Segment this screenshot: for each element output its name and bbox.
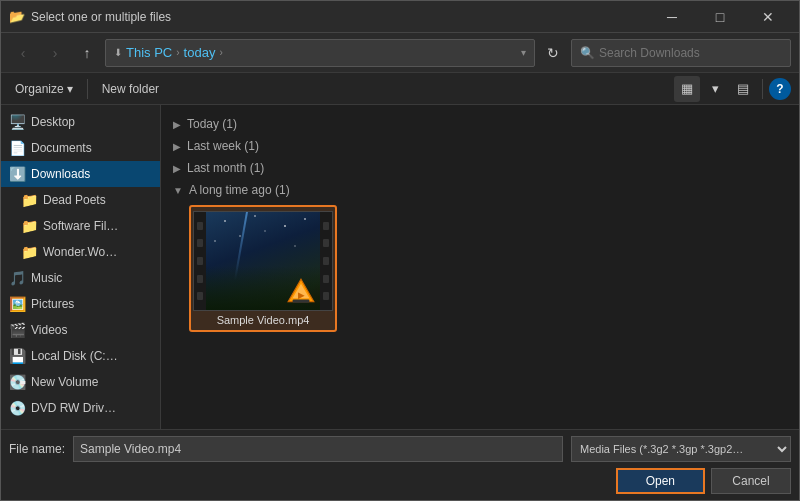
svg-point-2 bbox=[284, 225, 286, 227]
help-button[interactable]: ? bbox=[769, 78, 791, 100]
sidebar: 🖥️ Desktop 📄 Documents ⬇️ Downloads 📁 De… bbox=[1, 105, 161, 429]
search-box: 🔍 bbox=[571, 39, 791, 67]
window-controls: ─ □ ✕ bbox=[649, 1, 791, 33]
sidebar-label-local-disk: Local Disk (C:… bbox=[31, 349, 118, 363]
organize-label: Organize bbox=[15, 82, 64, 96]
view-buttons: ▦ ▾ ▤ ? bbox=[674, 76, 791, 102]
file-thumbnail: ▶ bbox=[193, 211, 333, 311]
new-folder-button[interactable]: New folder bbox=[96, 79, 165, 99]
software-icon: 📁 bbox=[21, 218, 37, 234]
sidebar-label-dvd: DVD RW Driv… bbox=[31, 401, 116, 415]
path-this-pc[interactable]: This PC bbox=[126, 45, 172, 60]
stars-svg bbox=[205, 211, 321, 271]
maximize-button[interactable]: □ bbox=[697, 1, 743, 33]
path-drive-icon: ⬇ bbox=[114, 47, 122, 58]
svg-point-1 bbox=[254, 215, 256, 217]
forward-button[interactable]: › bbox=[41, 39, 69, 67]
star-field bbox=[205, 211, 321, 271]
sidebar-item-music[interactable]: 🎵 Music bbox=[1, 265, 160, 291]
today-chevron: ▶ bbox=[173, 119, 181, 130]
sidebar-label-videos: Videos bbox=[31, 323, 67, 337]
sidebar-label-desktop: Desktop bbox=[31, 115, 75, 129]
group-last-week[interactable]: ▶ Last week (1) bbox=[173, 135, 787, 157]
close-button[interactable]: ✕ bbox=[745, 1, 791, 33]
organize-button[interactable]: Organize ▾ bbox=[9, 79, 79, 99]
bottom-bar: File name: Media Files (*.3g2 *.3gp *.3g… bbox=[1, 429, 799, 500]
refresh-button[interactable]: ↻ bbox=[539, 39, 567, 67]
last-month-chevron: ▶ bbox=[173, 163, 181, 174]
filename-label: File name: bbox=[9, 442, 65, 456]
svg-point-4 bbox=[304, 218, 306, 220]
long-ago-label: A long time ago (1) bbox=[189, 183, 290, 197]
path-sep-2: › bbox=[219, 47, 222, 58]
view-chevron-button[interactable]: ▾ bbox=[702, 76, 728, 102]
downloads-icon: ⬇️ bbox=[9, 166, 25, 182]
search-icon: 🔍 bbox=[580, 46, 595, 60]
new-folder-label: New folder bbox=[102, 82, 159, 96]
path-downloads[interactable]: today bbox=[184, 45, 216, 60]
file-item-sample-video[interactable]: ▶ Sample Video.mp4 bbox=[189, 205, 337, 332]
group-last-month[interactable]: ▶ Last month (1) bbox=[173, 157, 787, 179]
desktop-icon: 🖥️ bbox=[9, 114, 25, 130]
up-button[interactable]: ↑ bbox=[73, 39, 101, 67]
last-week-label: Last week (1) bbox=[187, 139, 259, 153]
action-row: Open Cancel bbox=[9, 468, 791, 494]
last-month-label: Last month (1) bbox=[187, 161, 264, 175]
sidebar-item-downloads[interactable]: ⬇️ Downloads bbox=[1, 161, 160, 187]
main-area: 🖥️ Desktop 📄 Documents ⬇️ Downloads 📁 De… bbox=[1, 105, 799, 429]
dialog-icon: 📂 bbox=[9, 9, 25, 25]
svg-text:▶: ▶ bbox=[298, 291, 305, 300]
svg-point-0 bbox=[224, 220, 226, 222]
today-label: Today (1) bbox=[187, 117, 237, 131]
organize-chevron: ▾ bbox=[67, 82, 73, 96]
search-input[interactable] bbox=[599, 46, 782, 60]
toolbar-separator bbox=[87, 79, 88, 99]
sidebar-item-software[interactable]: 📁 Software Fil… bbox=[1, 213, 160, 239]
last-week-chevron: ▶ bbox=[173, 141, 181, 152]
back-button[interactable]: ‹ bbox=[9, 39, 37, 67]
content-area: ▶ Today (1) ▶ Last week (1) ▶ Last month… bbox=[161, 105, 799, 429]
sidebar-item-desktop[interactable]: 🖥️ Desktop bbox=[1, 109, 160, 135]
sidebar-item-pictures[interactable]: 🖼️ Pictures bbox=[1, 291, 160, 317]
group-today[interactable]: ▶ Today (1) bbox=[173, 113, 787, 135]
sidebar-item-wonder[interactable]: 📁 Wonder.Wo… bbox=[1, 239, 160, 265]
file-dialog: 📂 Select one or multiple files ─ □ ✕ ‹ ›… bbox=[0, 0, 800, 501]
group-long-ago[interactable]: ▼ A long time ago (1) bbox=[173, 179, 787, 201]
sidebar-label-new-volume: New Volume bbox=[31, 375, 98, 389]
video-preview: ▶ bbox=[205, 211, 321, 311]
documents-icon: 📄 bbox=[9, 140, 25, 156]
address-path: ⬇ This PC › today › ▾ bbox=[105, 39, 535, 67]
file-name-label: Sample Video.mp4 bbox=[217, 314, 310, 326]
svg-point-5 bbox=[264, 230, 266, 232]
filename-input[interactable] bbox=[73, 436, 563, 462]
sidebar-label-documents: Documents bbox=[31, 141, 92, 155]
sidebar-item-local-disk[interactable]: 💾 Local Disk (C:… bbox=[1, 343, 160, 369]
filename-row: File name: Media Files (*.3g2 *.3gp *.3g… bbox=[9, 436, 791, 462]
view-sep bbox=[762, 79, 763, 99]
sidebar-label-music: Music bbox=[31, 271, 62, 285]
wonder-icon: 📁 bbox=[21, 244, 37, 260]
address-bar: ‹ › ↑ ⬇ This PC › today › ▾ ↻ 🔍 bbox=[1, 33, 799, 73]
dead-poets-icon: 📁 bbox=[21, 192, 37, 208]
svg-point-6 bbox=[214, 240, 216, 242]
minimize-button[interactable]: ─ bbox=[649, 1, 695, 33]
filetype-select[interactable]: Media Files (*.3g2 *.3gp *.3gp2… bbox=[571, 436, 791, 462]
sidebar-item-dvd[interactable]: 💿 DVD RW Driv… bbox=[1, 395, 160, 421]
dialog-title: Select one or multiple files bbox=[31, 10, 649, 24]
sidebar-item-videos[interactable]: 🎬 Videos bbox=[1, 317, 160, 343]
music-icon: 🎵 bbox=[9, 270, 25, 286]
sidebar-item-documents[interactable]: 📄 Documents bbox=[1, 135, 160, 161]
path-dropdown[interactable]: ▾ bbox=[521, 47, 526, 58]
cancel-button[interactable]: Cancel bbox=[711, 468, 791, 494]
vlc-cone-icon: ▶ bbox=[287, 277, 315, 305]
view-large-icons-button[interactable]: ▦ bbox=[674, 76, 700, 102]
sidebar-label-wonder: Wonder.Wo… bbox=[43, 245, 117, 259]
sidebar-label-downloads: Downloads bbox=[31, 167, 90, 181]
sidebar-item-new-volume[interactable]: 💽 New Volume bbox=[1, 369, 160, 395]
open-button[interactable]: Open bbox=[616, 468, 705, 494]
toolbar: Organize ▾ New folder ▦ ▾ ▤ ? bbox=[1, 73, 799, 105]
film-strip-left bbox=[194, 212, 206, 310]
sidebar-item-dead-poets[interactable]: 📁 Dead Poets bbox=[1, 187, 160, 213]
sidebar-label-software: Software Fil… bbox=[43, 219, 118, 233]
view-details-button[interactable]: ▤ bbox=[730, 76, 756, 102]
